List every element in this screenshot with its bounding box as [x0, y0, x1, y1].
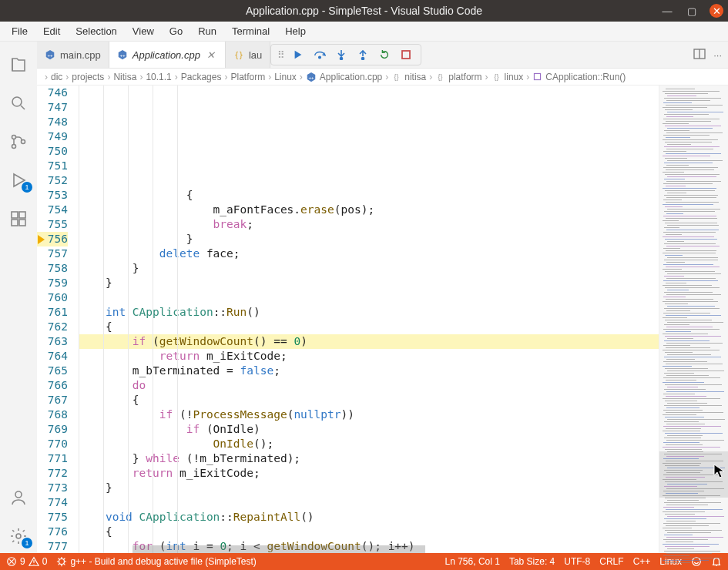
minimap[interactable]	[659, 86, 728, 553]
horizontal-scrollbar-thumb[interactable]	[133, 545, 425, 553]
menu-view[interactable]: View	[126, 23, 161, 39]
drag-grip-icon[interactable]: ⠿	[277, 49, 285, 61]
editor-actions: ···	[687, 42, 728, 68]
breadcrumb-item[interactable]: ++Application.cpp	[306, 72, 382, 82]
run-debug-icon[interactable]: 1	[0, 163, 37, 197]
breadcrumb-item[interactable]: Platform	[230, 72, 265, 82]
debug-step-out-button[interactable]	[354, 46, 371, 63]
code-line[interactable]: if (!ProcessMessage(nullptr))	[79, 407, 659, 422]
window-title: Application.cpp - SimpleTest - Visual St…	[246, 5, 482, 17]
more-actions-icon[interactable]: ···	[713, 49, 722, 61]
menu-go[interactable]: Go	[163, 23, 190, 39]
menu-edit[interactable]: Edit	[36, 23, 67, 39]
code-line[interactable]	[79, 290, 659, 305]
horizontal-scrollbar[interactable]	[79, 545, 659, 553]
menu-terminal[interactable]: Terminal	[225, 23, 277, 39]
status-eol[interactable]: CRLF	[599, 556, 623, 567]
explorer-icon[interactable]	[0, 48, 37, 82]
debug-continue-button[interactable]	[290, 46, 307, 63]
code-line[interactable]: return m_iExitCode;	[79, 466, 659, 481]
tab-label: Application.cpp	[133, 49, 200, 61]
menu-run[interactable]: Run	[191, 23, 223, 39]
chevron-right-icon: ›	[45, 72, 48, 82]
tab-application-cpp[interactable]: ++Application.cpp✕	[109, 42, 226, 68]
accounts-icon[interactable]	[0, 481, 37, 515]
code-line[interactable]: delete face;	[79, 246, 659, 261]
line-number-gutter[interactable]: 7467477487497507517527537547557567577587…	[37, 86, 79, 553]
svg-text:++: ++	[308, 74, 314, 79]
breadcrumbs[interactable]: ›dic›projects›Nitisa›10.1.1›Packages›Pla…	[37, 69, 728, 86]
code-line[interactable]: }	[79, 276, 659, 290]
debug-toolbar[interactable]: ⠿	[270, 44, 421, 65]
code-line[interactable]: m_bTerminated = false;	[79, 364, 659, 378]
breadcrumb-item[interactable]: Nitisa	[113, 72, 136, 82]
breadcrumb-item[interactable]: {}nitisa	[391, 72, 426, 82]
split-editor-icon[interactable]	[693, 48, 706, 62]
tab-lau[interactable]: {}lau	[226, 42, 270, 68]
source-control-icon[interactable]	[0, 125, 37, 159]
code-content[interactable]: { m_aFontFaces.erase(pos); break; } dele…	[79, 86, 659, 553]
code-line[interactable]: }	[79, 481, 659, 495]
code-line[interactable]	[79, 495, 659, 510]
breadcrumb-item[interactable]: {}linux	[491, 72, 524, 82]
chevron-right-icon: ›	[385, 72, 388, 82]
svg-point-24	[59, 559, 65, 565]
code-line[interactable]: return m_iExitCode;	[79, 349, 659, 364]
settings-gear-icon[interactable]: 1	[0, 519, 37, 553]
status-cursor-pos[interactable]: Ln 756, Col 1	[445, 556, 500, 567]
chevron-right-icon: ›	[175, 72, 178, 82]
code-line[interactable]: if (OnIdle)	[79, 422, 659, 437]
code-line[interactable]: void CApplication::RepaintAll()	[79, 510, 659, 525]
status-problems[interactable]: 9 0	[6, 556, 47, 567]
search-icon[interactable]	[0, 86, 37, 120]
svg-point-0	[12, 97, 22, 106]
breadcrumb-item[interactable]: 10.1.1	[146, 72, 171, 82]
code-line[interactable]: do	[79, 378, 659, 393]
window-minimize-button[interactable]: —	[660, 4, 674, 18]
menu-selection[interactable]: Selection	[69, 23, 123, 39]
execution-pointer-icon	[38, 235, 45, 244]
code-line[interactable]: m_aFontFaces.erase(pos);	[79, 203, 659, 217]
breadcrumb-item[interactable]: Packages	[181, 72, 222, 82]
code-line[interactable]: {	[79, 393, 659, 407]
svg-point-13	[319, 56, 321, 59]
menubar: FileEditSelectionViewGoRunTerminalHelp	[0, 22, 728, 42]
menu-help[interactable]: Help	[278, 23, 313, 39]
extensions-icon[interactable]	[0, 202, 37, 236]
code-line[interactable]: int CApplication::Run()	[79, 305, 659, 320]
breadcrumb-item[interactable]: {}platform	[435, 72, 481, 82]
status-tab-size[interactable]: Tab Size: 4	[509, 556, 555, 567]
code-line[interactable]: }	[79, 261, 659, 276]
svg-text:{}: {}	[438, 73, 443, 81]
close-icon[interactable]: ✕	[205, 49, 217, 61]
code-line[interactable]: {	[79, 525, 659, 539]
tab-label: main.cpp	[60, 49, 101, 61]
code-line[interactable]: }	[79, 232, 659, 246]
debug-stop-button[interactable]	[398, 46, 414, 63]
code-line[interactable]: OnIdle();	[79, 437, 659, 451]
code-line[interactable]: {	[79, 320, 659, 334]
window-maximize-button[interactable]: ▢	[685, 4, 699, 18]
status-encoding[interactable]: UTF-8	[564, 556, 590, 567]
status-debug-task[interactable]: g++ - Build and debug active file (Simpl…	[56, 556, 256, 567]
debug-step-over-button[interactable]	[311, 46, 328, 63]
debug-step-into-button[interactable]	[333, 46, 350, 63]
code-line[interactable]: if (getWindowCount() == 0)	[79, 334, 659, 349]
tab-label: lau	[249, 49, 262, 61]
run-badge: 1	[22, 182, 32, 193]
menu-file[interactable]: File	[5, 23, 35, 39]
svg-rect-6	[12, 220, 18, 226]
tab-main-cpp[interactable]: ++main.cpp	[37, 42, 109, 68]
breadcrumb-item[interactable]: CApplication::Run()	[532, 72, 626, 82]
window-close-button[interactable]: ✕	[710, 4, 723, 18]
breadcrumb-item[interactable]: Linux	[274, 72, 297, 82]
tab-bar: ++main.cpp++Application.cpp✕{}lau ⠿ ···	[37, 42, 728, 69]
status-language[interactable]: C++	[633, 556, 651, 567]
breadcrumb-item[interactable]: projects	[72, 72, 104, 82]
breadcrumb-item[interactable]: dic	[51, 72, 62, 82]
code-editor[interactable]: 7467477487497507517527537547557567577587…	[37, 86, 728, 553]
code-line[interactable]: } while (!m_bTerminated);	[79, 451, 659, 466]
code-line[interactable]: {	[79, 188, 659, 203]
debug-restart-button[interactable]	[376, 46, 393, 63]
code-line[interactable]: break;	[79, 217, 659, 232]
